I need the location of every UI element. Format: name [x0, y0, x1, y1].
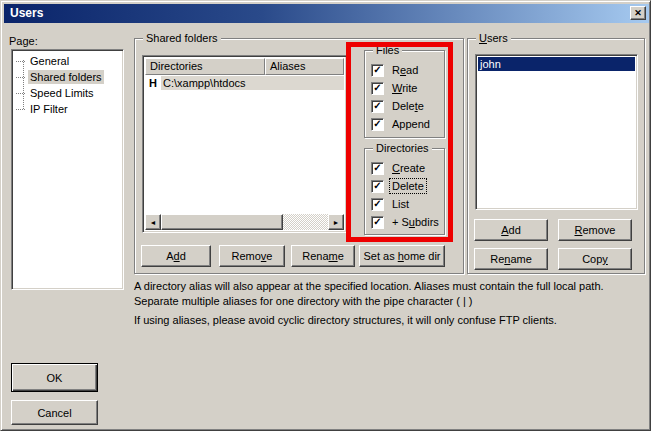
checkbox-dirs-subdirs[interactable]: ✓ + Subdirs — [371, 215, 441, 229]
checkbox-files-write[interactable]: ✓ Write — [371, 81, 419, 95]
check-icon: ✓ — [373, 119, 381, 129]
remove-folder-button[interactable]: Remove — [219, 245, 285, 267]
h-scrollbar[interactable]: ◄ ► — [145, 214, 344, 230]
checkbox-files-read[interactable]: ✓ Read — [371, 63, 420, 77]
directory-row[interactable]: H C:\xampp\htdocs — [145, 75, 344, 90]
checkbox-box: ✓ — [371, 180, 384, 193]
tree-branch-icon — [16, 109, 25, 110]
page-item-label: IP Filter — [28, 102, 70, 116]
ok-button[interactable]: OK — [11, 363, 98, 392]
directories-list[interactable]: Directories Aliases H C:\xampp\htdocs ◄ … — [142, 55, 347, 233]
page-item-label: Speed Limits — [28, 86, 96, 100]
checkbox-label: Delete — [390, 99, 426, 113]
window-title: Users — [10, 6, 43, 20]
set-home-dir-button[interactable]: Set as home dir — [359, 245, 445, 267]
users-list[interactable]: john — [475, 54, 638, 210]
column-header-aliases[interactable]: Aliases — [265, 58, 344, 75]
checkbox-box: ✓ — [371, 162, 384, 175]
tree-branch-icon — [16, 61, 25, 62]
remove-user-button[interactable]: Remove — [558, 219, 632, 241]
scroll-track[interactable] — [283, 214, 328, 230]
check-icon: ✓ — [373, 163, 381, 173]
remove-folder-label: Remove — [232, 250, 273, 262]
copy-user-label: Copy — [582, 253, 608, 265]
page-label: Page: — [9, 35, 38, 47]
alias-note: A directory alias will also appear at th… — [134, 279, 646, 309]
files-caption: Files — [373, 44, 402, 57]
close-icon: ✕ — [634, 9, 642, 18]
checkbox-box: ✓ — [371, 216, 384, 229]
check-icon: ✓ — [373, 199, 381, 209]
checkbox-box: ✓ — [371, 100, 384, 113]
directories-list-header: Directories Aliases — [145, 58, 344, 75]
copy-user-button[interactable]: Copy — [558, 248, 632, 270]
cyclic-note: If using aliases, please avoid cyclic di… — [134, 313, 646, 328]
checkbox-files-append[interactable]: ✓ Append — [371, 117, 432, 131]
add-folder-button[interactable]: Add — [141, 245, 211, 267]
scroll-left-button[interactable]: ◄ — [145, 214, 161, 230]
checkbox-label-focused: Delete — [390, 179, 426, 193]
page-list[interactable]: General Shared folders Speed Limits IP F… — [11, 49, 124, 290]
cancel-label: Cancel — [37, 407, 71, 419]
check-icon: ✓ — [373, 181, 381, 191]
column-header-directories[interactable]: Directories — [145, 58, 265, 75]
checkbox-label: List — [390, 197, 411, 211]
directories-permissions-group: Directories ✓ Create ✓ Delete ✓ List ✓ +… — [364, 148, 445, 235]
title-bar[interactable]: Users ✕ — [4, 4, 649, 23]
checkbox-box: ✓ — [371, 198, 384, 211]
remove-user-label: Remove — [575, 224, 616, 236]
check-icon: ✓ — [373, 83, 381, 93]
directory-path: C:\xampp\htdocs — [161, 76, 344, 90]
checkbox-dirs-list[interactable]: ✓ List — [371, 197, 411, 211]
page-item-label-selected: Shared folders — [28, 70, 104, 84]
shared-folders-caption: Shared folders — [143, 32, 221, 45]
checkbox-dirs-create[interactable]: ✓ Create — [371, 161, 427, 175]
tree-branch-icon — [16, 77, 25, 78]
checkbox-label: + Subdirs — [390, 215, 441, 229]
user-item-john[interactable]: john — [478, 57, 635, 71]
checkbox-label: Create — [390, 161, 427, 175]
close-button[interactable]: ✕ — [630, 6, 646, 20]
page-item-label: General — [28, 54, 71, 68]
rename-user-button[interactable]: Rename — [474, 248, 548, 270]
page-item-speed-limits[interactable]: Speed Limits — [12, 85, 123, 101]
arrow-left-icon: ◄ — [150, 219, 157, 226]
rename-folder-label: Rename — [302, 250, 344, 262]
tree-branch-icon — [16, 93, 25, 94]
checkbox-label: Read — [390, 63, 420, 77]
checkbox-box: ✓ — [371, 82, 384, 95]
add-user-button[interactable]: Add — [474, 219, 548, 241]
add-folder-label: Add — [166, 250, 186, 262]
set-home-dir-label: Set as home dir — [363, 250, 440, 262]
page-item-general[interactable]: General — [12, 53, 123, 69]
arrow-right-icon: ► — [333, 219, 340, 226]
checkbox-files-delete[interactable]: ✓ Delete — [371, 99, 426, 113]
checkbox-dirs-delete[interactable]: ✓ Delete — [371, 179, 426, 193]
add-user-label: Add — [501, 224, 521, 236]
check-icon: ✓ — [373, 217, 381, 227]
ok-label: OK — [47, 372, 63, 384]
check-icon: ✓ — [373, 101, 381, 111]
home-flag: H — [145, 77, 161, 89]
check-icon: ✓ — [373, 65, 381, 75]
users-caption: Users — [476, 32, 511, 45]
checkbox-box: ✓ — [371, 64, 384, 77]
users-group: Users john Add Remove Rename Copy — [467, 38, 645, 274]
files-permissions-group: Files ✓ Read ✓ Write ✓ Delete ✓ Append — [364, 50, 445, 138]
directories-caption: Directories — [373, 142, 432, 155]
checkbox-label: Append — [390, 117, 432, 131]
rename-user-label: Rename — [490, 253, 532, 265]
rename-folder-button[interactable]: Rename — [291, 245, 355, 267]
page-item-shared-folders[interactable]: Shared folders — [12, 69, 123, 85]
scroll-right-button[interactable]: ► — [328, 214, 344, 230]
page-item-ip-filter[interactable]: IP Filter — [12, 101, 123, 117]
cancel-button[interactable]: Cancel — [11, 400, 98, 425]
checkbox-label: Write — [390, 81, 419, 95]
checkbox-box: ✓ — [371, 118, 384, 131]
users-dialog: Users ✕ Page: General Shared folders Spe… — [0, 0, 651, 431]
scroll-thumb[interactable] — [161, 214, 283, 230]
